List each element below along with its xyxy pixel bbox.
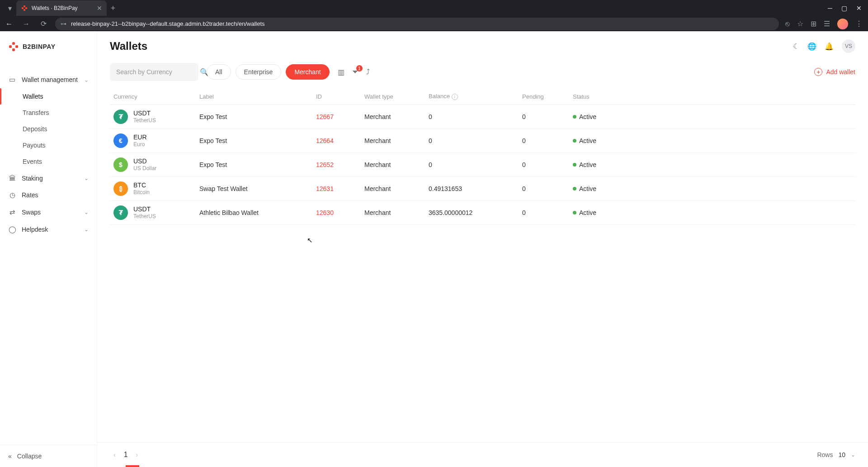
nav-group-helpdesk[interactable]: ◯ Helpdesk ⌄ [0,221,97,238]
help-icon: ◯ [8,225,16,234]
wallet-label: Expo Test [196,153,312,177]
th-status[interactable]: Status [569,86,855,105]
forward-button[interactable]: → [21,20,32,28]
address-bar: ← → ⟳ ⊶ release-binpay-21--b2binpay--def… [0,16,868,31]
maximize-icon[interactable]: ▢ [841,5,847,12]
wallet-pending: 0 [519,153,569,177]
nav-group-swaps[interactable]: ⇄ Swaps ⌄ [0,204,97,221]
currency-code: EUR [133,133,147,141]
search-box[interactable]: 🔍 [110,63,198,81]
sidebar-item-payouts[interactable]: Payouts [0,137,97,153]
status-text: Active [579,185,596,192]
profile-avatar-icon[interactable] [837,19,848,29]
wallet-label: Athletic Bilbao Wallet [196,201,312,225]
tab-list-dropdown[interactable]: ▾ [4,2,16,14]
status-cell: Active [573,137,852,144]
filter-enterprise-button[interactable]: Enterprise [236,64,282,80]
theme-toggle-icon[interactable]: ☾ [793,42,799,51]
prev-page-button[interactable]: ‹ [110,449,119,460]
sidebar-item-wallets[interactable]: Wallets [0,88,97,105]
wallet-id-link[interactable]: 12631 [316,185,334,192]
next-page-button[interactable]: › [132,449,142,460]
tab-close-icon[interactable]: ✕ [97,5,102,12]
side-nav: ▭ Wallet management ⌃ Wallets Transfers … [0,60,97,238]
wallet-type: Merchant [361,201,425,225]
sidebar-item-transfers[interactable]: Transfers [0,105,97,121]
back-button[interactable]: ← [4,20,14,28]
chevron-down-icon: ⌄ [84,226,89,233]
currency-name: Euro [133,141,147,148]
favicon-icon [21,5,28,12]
sidebar-item-events[interactable]: Events [0,153,97,170]
tab-title: Wallets · B2BinPay [32,5,78,11]
wallet-pending: 0 [519,177,569,201]
wallet-id-link[interactable]: 12667 [316,113,334,120]
status-dot-icon [573,163,576,167]
brand-logo[interactable]: B2BINPAY [0,31,97,60]
th-id[interactable]: ID [312,86,361,105]
header-actions: ☾ 🌐 🔔 VS [793,39,855,53]
new-tab-button[interactable]: + [107,4,119,13]
wallets-table: Currency Label ID Wallet type Balancei P… [110,86,855,225]
notifications-icon[interactable]: 🔔 [825,42,834,51]
status-text: Active [579,161,596,168]
wallet-id-link[interactable]: 12630 [316,209,334,216]
status-cell: Active [573,161,852,168]
nav-group-wallet-management[interactable]: ▭ Wallet management ⌃ [0,71,97,88]
chevron-down-icon: ⌄ [84,209,89,215]
site-info-icon[interactable]: ⊶ [61,20,66,27]
wallet-type: Merchant [361,153,425,177]
th-pending[interactable]: Pending [519,86,569,105]
table-row[interactable]: ₮ USDT TetherUS Athletic Bilbao Wallet 1… [110,201,855,225]
filter-icon[interactable]: ⏷1 [352,68,359,76]
sidebar-item-deposits[interactable]: Deposits [0,121,97,137]
bookmark-icon[interactable]: ☆ [797,19,803,28]
pagination: ‹ 1 › Rows 10 ⌄ [97,442,868,467]
status-dot-icon [573,187,576,191]
info-icon[interactable]: i [452,94,458,100]
minimize-icon[interactable]: ─ [828,5,832,12]
browser-tab[interactable]: Wallets · B2BinPay ✕ [16,0,107,16]
currency-code: USDT [133,110,156,117]
browser-chrome: ▾ Wallets · B2BinPay ✕ + ─ ▢ ✕ ← → ⟳ ⊶ [0,0,868,31]
th-wallet-type[interactable]: Wallet type [361,86,425,105]
nav-group-staking[interactable]: 🏛 Staking ⌄ [0,170,97,186]
filter-all-button[interactable]: All [207,64,231,80]
url-input[interactable]: ⊶ release-binpay-21--b2binpay--default.s… [55,18,779,30]
add-wallet-button[interactable]: + Add wallet [814,68,855,76]
reload-button[interactable]: ⟳ [38,19,49,28]
page-title: Wallets [110,40,147,52]
nav-group-rates[interactable]: ◷ Rates [0,186,97,204]
reading-list-icon[interactable]: ☰ [824,19,830,28]
columns-icon[interactable]: ▥ [338,68,344,76]
th-currency[interactable]: Currency [110,86,196,105]
nav-subitems: Wallets Transfers Deposits Payouts Event… [0,88,97,170]
wallet-id-link[interactable]: 12652 [316,161,334,168]
search-input[interactable] [116,68,195,76]
close-window-icon[interactable]: ✕ [856,5,862,12]
th-balance[interactable]: Balancei [425,86,519,105]
currency-name: TetherUS [133,117,156,124]
translate-icon[interactable]: ⎋ [785,20,790,28]
swap-icon: ⇄ [8,208,16,216]
currency-name: TetherUS [133,213,156,219]
table-row[interactable]: $ USD US Dollar Expo Test 12652 Merchant… [110,153,855,177]
table-header-row: Currency Label ID Wallet type Balancei P… [110,86,855,105]
rows-per-page-select[interactable]: Rows 10 ⌄ [817,451,855,458]
wallet-id-link[interactable]: 12664 [316,137,334,144]
currency-name: US Dollar [133,165,156,172]
th-label[interactable]: Label [196,86,312,105]
filter-merchant-button[interactable]: Merchant [286,64,329,80]
table-row[interactable]: ₿ BTC Bitcoin Swap Test Wallet 12631 Mer… [110,177,855,201]
user-avatar[interactable]: VS [842,39,855,53]
wallet-pending: 0 [519,105,569,129]
extensions-icon[interactable]: ⊞ [811,19,816,28]
table-row[interactable]: ₮ USDT TetherUS Expo Test 12667 Merchant… [110,105,855,129]
currency-cell: ₮ USDT TetherUS [113,205,192,220]
export-icon[interactable]: ⤴ [366,68,370,76]
plus-circle-icon: + [814,68,822,76]
collapse-sidebar-button[interactable]: « Collapse [0,445,97,467]
table-row[interactable]: € EUR Euro Expo Test 12664 Merchant 0 0 … [110,129,855,153]
menu-icon[interactable]: ⋮ [855,19,863,28]
language-icon[interactable]: 🌐 [807,42,816,51]
